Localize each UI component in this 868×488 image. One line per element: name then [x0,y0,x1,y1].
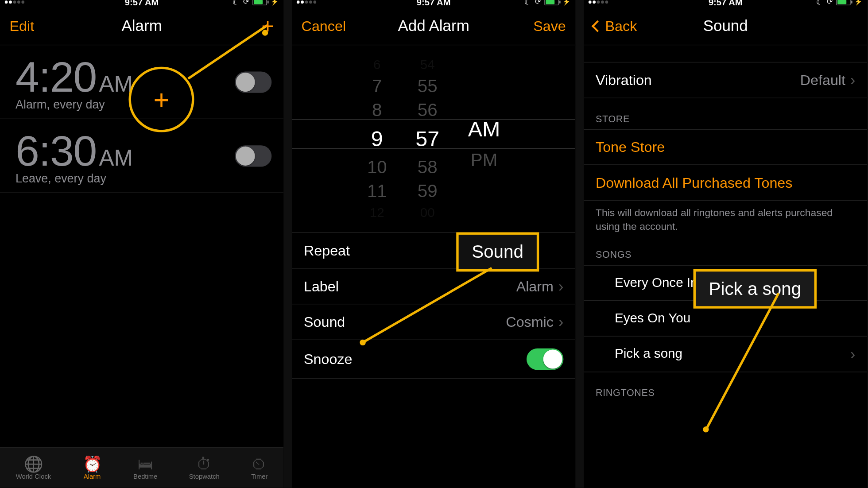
status-time: 9:57 AM [0,0,283,7]
section-header-store: STORE [584,98,867,129]
row-tone-store[interactable]: Tone Store [584,129,867,165]
row-label[interactable]: Label Alarm› [292,269,575,305]
tab-bedtime[interactable]: Bedtime [133,456,157,480]
alarm-row[interactable]: 6:30 AM Leave, every day [0,119,283,193]
alarm-toggle[interactable] [235,71,271,93]
tab-alarm[interactable]: Alarm [83,456,102,480]
panel-sound: 9:57 AM ☾ ⟳ ⚡ Back Sound Vibration Defau… [584,0,867,488]
annotation-circle: + [129,67,194,132]
navbar: Cancel Add Alarm Save [292,7,575,45]
snooze-label: Snooze [304,351,352,368]
sound-label: Sound [304,314,345,330]
chevron-right-icon: › [558,277,564,295]
repeat-label: Repeat [304,242,350,259]
label-value: Alarm [516,278,554,294]
alarm-ampm: AM [99,71,133,97]
annotation-box-pick-song: Pick a song [694,269,817,309]
row-pick-song[interactable]: Pick a song › [584,337,867,372]
alarm-subtitle: Alarm, every day [16,98,133,112]
edit-button[interactable]: Edit [10,18,35,35]
row-download-tones[interactable]: Download All Purchased Tones [584,165,867,201]
annotation-box-sound: Sound [456,232,539,272]
section-header-songs: SONGS [584,234,867,265]
alarm-time: 4:20 [16,52,97,101]
alarm-toggle[interactable] [235,145,271,167]
tab-stopwatch[interactable]: Stopwatch [189,456,220,480]
battery-icon [544,0,558,5]
status-time: 9:57 AM [292,0,575,7]
snooze-toggle[interactable] [527,349,563,370]
page-title: Alarm [0,17,283,35]
tab-timer[interactable]: Timer [251,456,267,480]
chevron-right-icon: › [850,345,856,364]
alarm-ampm: AM [99,145,133,171]
chevron-left-icon [592,20,604,32]
cancel-button[interactable]: Cancel [302,18,346,35]
vibration-label: Vibration [596,72,652,89]
sound-value: Cosmic [506,314,554,330]
status-bar: 9:57 AM ☾ ⟳ ⚡ [292,0,575,7]
save-button[interactable]: Save [533,18,566,35]
row-sound[interactable]: Sound Cosmic› [292,304,575,340]
battery-icon [836,0,850,5]
plus-icon: + [153,83,169,116]
navbar: Back Sound [584,7,867,45]
alarm-icon [83,456,102,472]
add-alarm-button[interactable]: + [261,15,274,36]
store-footer-note: This will download all ringtones and ale… [584,201,867,234]
tab-bar: World Clock Alarm Bedtime Stopwatch Time… [0,447,283,488]
navbar: Edit Alarm + [0,7,283,45]
status-bar: 9:57 AM ☾ ⟳ ⚡ [584,0,867,7]
row-vibration[interactable]: Vibration Default› [584,62,867,98]
globe-icon [24,456,43,472]
chevron-right-icon: › [558,313,564,331]
bed-icon [138,456,153,472]
label-label: Label [304,278,339,294]
alarm-subtitle: Leave, every day [16,171,133,185]
back-button[interactable]: Back [593,18,637,35]
vibration-value: Default [800,72,845,89]
battery-icon [252,0,267,5]
row-snooze[interactable]: Snooze [292,340,575,379]
alarm-time: 6:30 [16,126,97,175]
panel-alarm-list: 9:57 AM ☾ ⟳ ⚡ Edit Alarm + 4:20 AM Alarm… [0,0,283,488]
time-picker[interactable]: 6 7 8 9 10 11 12 54 55 56 57 58 59 00 AM… [292,45,575,224]
stopwatch-icon [197,456,212,472]
section-header-ringtones: RINGTONES [584,372,867,403]
status-bar: 9:57 AM ☾ ⟳ ⚡ [0,0,283,7]
chevron-right-icon: › [850,71,856,89]
tab-worldclock[interactable]: World Clock [16,456,51,480]
status-time: 9:57 AM [584,0,867,7]
panel-add-alarm: 9:57 AM ☾ ⟳ ⚡ Cancel Add Alarm Save 6 7 … [292,0,575,488]
timer-icon [252,456,267,472]
